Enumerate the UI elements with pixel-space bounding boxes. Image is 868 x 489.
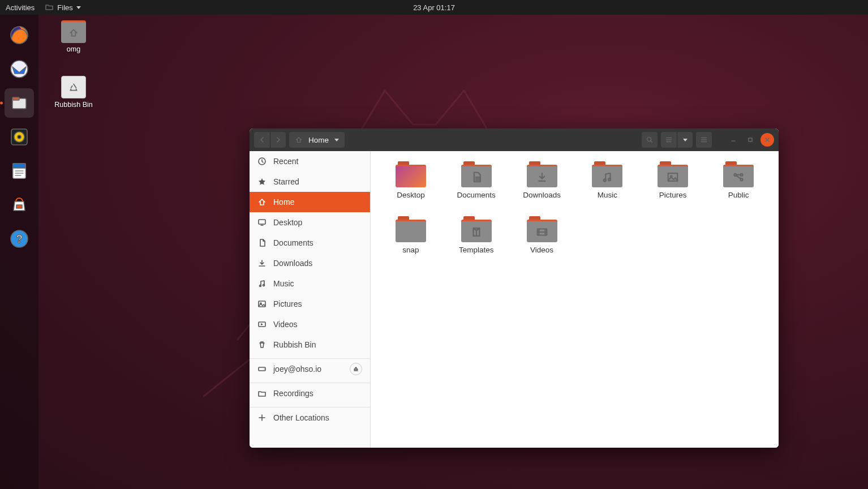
sidebar-item-label: Music bbox=[273, 279, 294, 288]
search-button[interactable] bbox=[642, 132, 658, 148]
folder-icon bbox=[592, 161, 622, 187]
music-icon bbox=[257, 279, 267, 288]
sidebar-item-starred[interactable]: Starred bbox=[250, 171, 370, 192]
folder-icon bbox=[658, 161, 688, 187]
sidebar-item-label: Downloads bbox=[273, 259, 312, 268]
sidebar-item-desktop[interactable]: Desktop bbox=[250, 212, 370, 233]
folder-music[interactable]: Music bbox=[580, 161, 635, 199]
file-label: Downloads bbox=[523, 191, 561, 199]
home-icon bbox=[257, 198, 267, 207]
videos-icon bbox=[257, 320, 267, 329]
sidebar-item-pictures[interactable]: Pictures bbox=[250, 294, 370, 314]
back-button[interactable] bbox=[254, 132, 270, 148]
top-bar: Activities Files 23 Apr 01:17 bbox=[0, 0, 868, 15]
pictures-icon bbox=[257, 299, 267, 308]
folder-documents[interactable]: Documents bbox=[449, 161, 504, 199]
desktop-icon-rubbish-bin[interactable]: Rubbish Bin bbox=[48, 76, 100, 109]
home-icon bbox=[68, 28, 79, 38]
sidebar-item-label: Starred bbox=[273, 177, 299, 186]
file-label: snap bbox=[402, 246, 419, 254]
folder-videos[interactable]: Videos bbox=[514, 216, 570, 254]
folder-pictures[interactable]: Pictures bbox=[645, 161, 701, 199]
dock-item-rhythmbox[interactable] bbox=[5, 122, 34, 152]
sidebar-item-label: Other Locations bbox=[273, 413, 329, 422]
sidebar-item-label: Recordings bbox=[273, 389, 313, 398]
svg-point-17 bbox=[263, 285, 265, 286]
drive-icon bbox=[257, 364, 267, 374]
sidebar-item-recent[interactable]: Recent bbox=[250, 151, 370, 171]
desktop-icon-omg[interactable]: omg bbox=[51, 20, 96, 53]
dock-item-firefox[interactable] bbox=[5, 20, 34, 50]
file-label: Pictures bbox=[659, 191, 687, 199]
maximize-button[interactable] bbox=[744, 133, 757, 147]
app-menu[interactable]: Files bbox=[45, 3, 80, 12]
folder-desktop[interactable]: Desktop bbox=[383, 161, 439, 199]
view-list-button[interactable] bbox=[661, 132, 677, 148]
sidebar-item-label: Documents bbox=[273, 238, 313, 247]
libreoffice-writer-icon bbox=[7, 158, 32, 183]
dock-item-files[interactable] bbox=[5, 88, 34, 118]
desktop-icon bbox=[257, 218, 267, 227]
file-label: Music bbox=[598, 191, 617, 199]
sidebar-item-downloads[interactable]: Downloads bbox=[250, 253, 370, 273]
folder-snap[interactable]: snap bbox=[383, 216, 439, 254]
svg-point-22 bbox=[264, 368, 264, 369]
path-bar[interactable]: Home bbox=[289, 132, 345, 148]
sidebar-item-rubbish-bin[interactable]: Rubbish Bin bbox=[250, 334, 370, 355]
sidebar-item-home[interactable]: Home bbox=[250, 192, 370, 212]
folder-icon bbox=[527, 161, 557, 187]
svg-rect-25 bbox=[668, 173, 678, 181]
help-icon: ? bbox=[7, 226, 32, 251]
folder-icon bbox=[527, 216, 557, 242]
chevron-down-icon bbox=[683, 139, 687, 141]
sidebar-item-label: Pictures bbox=[273, 299, 302, 308]
dock-item-thunderbird[interactable] bbox=[5, 54, 34, 84]
folder-icon bbox=[257, 389, 267, 398]
sidebar-item-other-locations[interactable]: Other Locations bbox=[250, 408, 370, 428]
home-icon bbox=[295, 136, 303, 144]
folder-icon bbox=[396, 161, 426, 187]
folder-public[interactable]: Public bbox=[711, 161, 766, 199]
folder-icon bbox=[396, 216, 426, 242]
svg-rect-3 bbox=[12, 97, 19, 100]
file-label: Desktop bbox=[397, 191, 425, 199]
close-button[interactable] bbox=[760, 133, 774, 147]
hamburger-menu-button[interactable] bbox=[696, 132, 712, 148]
eject-button[interactable] bbox=[350, 363, 362, 375]
svg-point-6 bbox=[18, 135, 21, 139]
dock-item-libreoffice-writer[interactable] bbox=[5, 156, 34, 186]
firefox-icon bbox=[7, 23, 32, 48]
svg-rect-18 bbox=[259, 301, 265, 307]
folder-icon bbox=[723, 161, 754, 187]
sidebar-item-videos[interactable]: Videos bbox=[250, 314, 370, 334]
minimize-button[interactable] bbox=[727, 133, 740, 147]
view-options-button[interactable] bbox=[677, 132, 693, 148]
forward-button[interactable] bbox=[270, 132, 286, 148]
downloads-icon bbox=[257, 259, 267, 268]
documents-icon bbox=[257, 238, 267, 247]
folder-icon bbox=[461, 216, 492, 242]
file-grid[interactable]: DesktopDocumentsDownloadsMusicPicturesPu… bbox=[371, 151, 779, 448]
chevron-down-icon bbox=[334, 139, 339, 141]
dock-item-help[interactable]: ? bbox=[5, 224, 34, 254]
files-window: Home RecentStarredHomeDesktopDocumentsDo… bbox=[250, 128, 779, 448]
sidebar-item-label: Desktop bbox=[273, 218, 302, 227]
folder-templates[interactable]: Templates bbox=[449, 216, 504, 254]
folder-downloads[interactable]: Downloads bbox=[514, 161, 570, 199]
svg-rect-9 bbox=[16, 205, 22, 208]
sidebar-item-recordings[interactable]: Recordings bbox=[250, 383, 370, 404]
sidebar-item-label: Home bbox=[273, 198, 294, 207]
sidebar-item-joey-ohso-io[interactable]: joey@ohso.io bbox=[250, 359, 370, 379]
recycle-icon bbox=[68, 82, 79, 92]
activities-button[interactable]: Activities bbox=[6, 3, 35, 12]
folder-icon bbox=[45, 3, 54, 12]
dock-item-ubuntu-software[interactable] bbox=[5, 190, 34, 220]
sidebar-item-music[interactable]: Music bbox=[250, 273, 370, 294]
clock[interactable]: 23 Apr 01:17 bbox=[413, 3, 455, 12]
files-icon bbox=[7, 91, 32, 115]
ubuntu-software-icon bbox=[7, 192, 32, 217]
svg-point-16 bbox=[260, 285, 261, 287]
sidebar-item-documents[interactable]: Documents bbox=[250, 233, 370, 253]
titlebar[interactable]: Home bbox=[250, 128, 779, 151]
sidebar: RecentStarredHomeDesktopDocumentsDownloa… bbox=[250, 151, 371, 448]
